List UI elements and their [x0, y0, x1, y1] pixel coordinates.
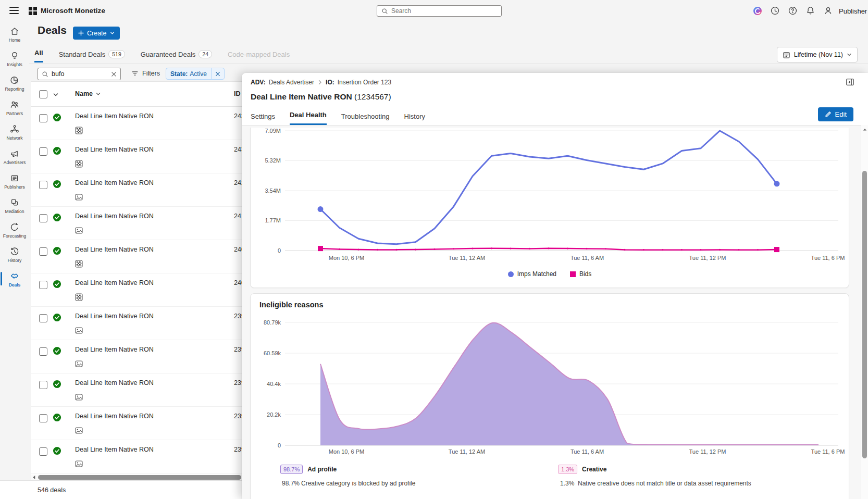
deals-search-input[interactable]	[52, 70, 108, 78]
deal-name[interactable]: Deal Line Item Native RON	[75, 413, 154, 420]
sidebar-item-home[interactable]: Home	[0, 22, 29, 46]
remove-filter-icon[interactable]	[211, 68, 224, 79]
vertical-scrollbar[interactable]	[861, 125, 868, 499]
hamburger-menu-icon[interactable]	[9, 7, 19, 15]
row-checkbox[interactable]	[39, 314, 47, 322]
row-checkbox[interactable]	[39, 147, 47, 156]
imps-bids-line-chart: 01.77M3.54M5.32M7.09MMon 10, 6 PMTue 11,…	[251, 128, 850, 264]
deal-name[interactable]: Deal Line Item Native RON	[75, 346, 154, 353]
panel-content: 01.77M3.54M5.32M7.09MMon 10, 6 PMTue 11,…	[242, 126, 861, 499]
row-checkbox[interactable]	[39, 214, 47, 222]
panel-tab-bar: Settings Deal Health Troubleshooting His…	[251, 105, 425, 125]
clear-search-icon[interactable]	[111, 71, 117, 77]
row-checkbox[interactable]	[39, 347, 47, 356]
global-search[interactable]	[377, 5, 502, 17]
deal-name[interactable]: Deal Line Item Native RON	[75, 146, 154, 153]
status-active-icon	[53, 213, 61, 222]
creative-type-checker-icon	[75, 160, 83, 168]
creative-legend[interactable]: 1.3%Creative	[558, 465, 606, 474]
scroll-up-arrow-icon[interactable]	[863, 128, 867, 132]
breadcrumb-insertion-order[interactable]: Insertion Order 123	[338, 79, 391, 86]
deal-name[interactable]: Deal Line Item Native RON	[75, 246, 154, 253]
state-active-filter-chip[interactable]: State:Active	[166, 68, 225, 80]
recent-activity-icon[interactable]	[770, 6, 780, 16]
create-button[interactable]: Create	[73, 27, 120, 40]
legend-bids[interactable]: Bids	[570, 270, 591, 278]
date-range-picker-button[interactable]: Lifetime (Nov 11)	[777, 47, 858, 63]
row-checkbox[interactable]	[39, 281, 47, 289]
breadcrumb-advertiser[interactable]: Deals Advertiser	[269, 79, 314, 86]
notifications-bell-icon[interactable]	[805, 6, 816, 16]
row-checkbox[interactable]	[39, 114, 47, 122]
svg-text:Tue 11, 12 AM: Tue 11, 12 AM	[449, 255, 485, 261]
deal-name[interactable]: Deal Line Item Native RON	[75, 113, 154, 120]
deal-name[interactable]: Deal Line Item Native RON	[75, 179, 154, 186]
ad-profile-pct-badge: 98.7%	[280, 465, 303, 474]
vertical-scrollbar-thumb[interactable]	[862, 171, 867, 458]
delivery-chart-card: 01.77M3.54M5.32M7.09MMon 10, 6 PMTue 11,…	[250, 128, 849, 288]
status-active-icon	[53, 280, 61, 289]
horizontal-scrollbar[interactable]	[31, 475, 244, 480]
tab-code-mapped-deals[interactable]: Code-mapped Deals	[228, 51, 290, 63]
edit-button[interactable]: Edit	[818, 107, 853, 121]
sidebar-item-publishers[interactable]: Publishers	[0, 169, 29, 193]
status-active-icon	[53, 146, 61, 155]
status-active-icon	[53, 413, 61, 422]
sidebar-item-advertisers[interactable]: Advertisers	[0, 144, 29, 169]
breadcrumb: ADV:Deals Advertiser IO:Insertion Order …	[251, 79, 391, 86]
deal-name[interactable]: Deal Line Item Native RON	[75, 446, 154, 453]
creative-pct-badge: 1.3%	[558, 465, 577, 474]
sidebar-item-partners[interactable]: Partners	[0, 95, 29, 120]
select-menu-chevron-icon[interactable]	[53, 92, 59, 98]
tab-history[interactable]: History	[404, 113, 425, 125]
sidebar-item-insights[interactable]: Insights	[0, 46, 29, 71]
filter-icon	[131, 70, 139, 77]
sidebar-item-deals[interactable]: Deals	[0, 267, 29, 291]
sort-chevron-icon	[95, 91, 101, 97]
deal-name[interactable]: Deal Line Item Native RON	[75, 379, 154, 386]
scroll-left-arrow-icon[interactable]	[32, 475, 36, 480]
deal-name[interactable]: Deal Line Item Native RON	[75, 279, 154, 286]
row-checkbox[interactable]	[39, 381, 47, 389]
legend-imps-matched[interactable]: Imps Matched	[508, 270, 556, 278]
imps-matched-swatch	[508, 271, 514, 277]
account-person-icon[interactable]	[823, 6, 834, 16]
sidebar-item-network[interactable]: Network	[0, 120, 29, 144]
tab-deal-health[interactable]: Deal Health	[290, 111, 327, 125]
role-label[interactable]: Publisher	[839, 7, 867, 15]
filters-button[interactable]: Filters	[131, 70, 160, 77]
copilot-icon[interactable]	[752, 6, 763, 16]
svg-text:7.09M: 7.09M	[265, 128, 281, 134]
tab-all[interactable]: All	[34, 49, 43, 63]
sidebar-item-history[interactable]: History	[0, 242, 29, 267]
horizontal-scrollbar-thumb[interactable]	[38, 475, 241, 480]
help-icon[interactable]	[788, 6, 798, 16]
creative-type-image-icon	[75, 327, 83, 334]
sidebar-item-mediation[interactable]: Mediation	[0, 193, 29, 218]
tab-troubleshooting[interactable]: Troubleshooting	[341, 113, 390, 125]
creative-type-checker-icon	[75, 127, 83, 134]
deal-name[interactable]: Deal Line Item Native RON	[75, 213, 154, 220]
sidebar-item-reporting[interactable]: Reporting	[0, 71, 29, 95]
global-search-input[interactable]	[391, 7, 497, 15]
row-checkbox[interactable]	[39, 247, 47, 256]
tab-settings[interactable]: Settings	[251, 113, 275, 125]
row-checkbox[interactable]	[39, 181, 47, 189]
deals-search-box[interactable]	[38, 68, 121, 80]
column-header-name[interactable]: Name	[75, 90, 101, 97]
sidebar-item-forecasting[interactable]: Forecasting	[0, 218, 29, 242]
open-in-side-panel-icon[interactable]	[846, 78, 854, 86]
row-checkbox[interactable]	[39, 414, 47, 422]
svg-text:3.54M: 3.54M	[265, 188, 281, 194]
svg-text:20.2k: 20.2k	[267, 411, 281, 418]
column-header-id[interactable]: ID	[234, 90, 241, 97]
ad-profile-legend[interactable]: 98.7%Ad profile	[280, 465, 337, 474]
tab-count-badge: 24	[199, 50, 212, 58]
svg-text:0: 0	[278, 442, 281, 448]
row-checkbox[interactable]	[39, 447, 47, 456]
deal-name[interactable]: Deal Line Item Native RON	[75, 313, 154, 320]
select-all-checkbox[interactable]	[39, 90, 47, 98]
tab-standard-deals[interactable]: Standard Deals519	[59, 50, 125, 63]
search-icon	[42, 71, 48, 78]
tab-guaranteed-deals[interactable]: Guaranteed Deals24	[141, 50, 212, 63]
